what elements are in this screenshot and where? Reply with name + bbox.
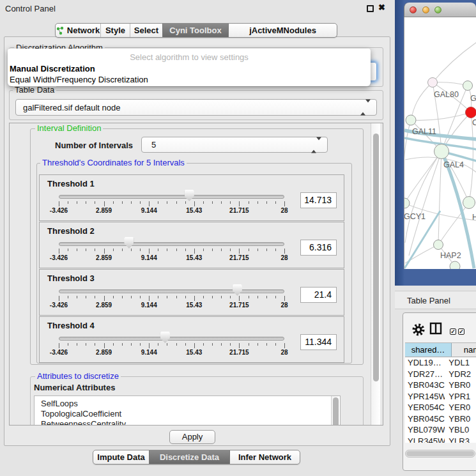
tick-label: 2.859	[85, 302, 123, 309]
threshold-slider-thumb[interactable]	[185, 190, 194, 201]
zoom-traffic-light[interactable]	[434, 6, 441, 13]
cell-shared-name: YBR043C	[405, 380, 445, 392]
threshold-slider-thumb[interactable]	[160, 332, 170, 343]
network-node-label: GAL80	[434, 90, 459, 99]
column-header-name[interactable]: name	[452, 343, 476, 357]
tab-label: Select	[134, 26, 158, 35]
network-graph: GAL80GACGAL11GAL4GCY1HHAP2	[404, 17, 476, 269]
attribute-item[interactable]: BetweennessCentrality	[35, 419, 340, 426]
network-node-label: H	[472, 213, 476, 222]
tab-select[interactable]: Select	[130, 24, 162, 37]
dropdown-option-manual-discretization[interactable]: Manual Discretization	[10, 64, 369, 74]
dropdown-placeholder-item[interactable]: Select algorithm to view settings	[10, 52, 369, 63]
threshold-slider-track[interactable]	[59, 289, 284, 293]
table-data-value: galFiltered.sif default node	[16, 103, 120, 112]
network-node[interactable]	[434, 240, 443, 250]
cell-name: YBR0	[445, 380, 476, 392]
network-edge[interactable]	[433, 82, 468, 86]
table-row[interactable]: YDR27…YDR2	[405, 369, 476, 381]
apply-button[interactable]: Apply	[169, 430, 215, 444]
tab-label: jActiveMNodules	[249, 26, 316, 35]
number-of-intervals-combobox[interactable]: 5	[141, 137, 328, 153]
attributes-list-scrollbar[interactable]	[331, 396, 340, 426]
table-row[interactable]: YLR345WYLR3	[405, 436, 476, 443]
settings-vertical-scrollbar[interactable]	[371, 123, 380, 426]
network-node[interactable]	[404, 198, 410, 208]
split-columns-icon[interactable]	[429, 322, 442, 335]
threshold-value-field[interactable]: 21.4	[300, 287, 337, 303]
table-panel-titlebar: Table Panel	[395, 291, 476, 309]
cell-shared-name: YBR045C	[405, 414, 445, 426]
threshold-panel: Threshold 3 -3.4262.8599.14415.4321.7152…	[39, 269, 344, 316]
table-horizontal-scrollbar[interactable]	[405, 450, 475, 457]
table-row[interactable]: YER054CYER0	[405, 403, 476, 414]
tab-network[interactable]: Network	[56, 24, 100, 37]
tab-label: Impute Data	[97, 452, 144, 462]
tick-label: 9.144	[130, 302, 168, 309]
network-node-label: GAL4	[443, 160, 464, 169]
network-icon	[56, 26, 64, 35]
slider-ticks	[59, 343, 284, 349]
network-node[interactable]	[450, 261, 460, 269]
tick-label: -3.426	[40, 254, 78, 261]
threshold-slider-track[interactable]	[59, 242, 284, 246]
threshold-slider-track[interactable]	[59, 195, 284, 199]
table-row[interactable]: YPR145WYPR1	[405, 392, 476, 403]
threshold-value-field[interactable]: 11.344	[300, 334, 337, 350]
table-row[interactable]: YBL079WYBL0	[405, 425, 476, 436]
network-window-titlebar[interactable]	[404, 3, 476, 17]
threshold-label: Threshold 1	[47, 179, 95, 188]
tab-cyni-toolbox[interactable]: Cyni Toolbox	[162, 24, 228, 37]
network-edge[interactable]	[411, 112, 471, 120]
threshold-slider-track[interactable]	[59, 337, 284, 341]
tab-infer-network[interactable]: Infer Network	[229, 450, 300, 464]
tab-discretize-data[interactable]: Discretize Data	[149, 450, 229, 464]
tick-label: 15.43	[175, 207, 213, 214]
table-data-combobox[interactable]: galFiltered.sif default node	[15, 99, 377, 116]
dropdown-option-equal-width-frequency[interactable]: Equal Width/Frequency Discretization	[10, 75, 369, 85]
network-node[interactable]	[406, 115, 416, 125]
gear-icon[interactable]	[411, 323, 426, 337]
threshold-value-field[interactable]: 6.316	[300, 240, 337, 256]
combo-arrows-icon	[360, 103, 371, 112]
network-node-label: HAP2	[440, 251, 461, 260]
network-edge[interactable]	[411, 82, 433, 120]
table-row[interactable]: YBR043CYBR0	[405, 380, 476, 392]
threshold-slider-thumb[interactable]	[124, 237, 134, 249]
combo-arrows-icon	[311, 140, 321, 150]
select-columns-icon[interactable]: ✓✓	[450, 325, 466, 336]
table-row[interactable]: YBR045CYBR0	[405, 414, 476, 426]
numerical-attributes-list[interactable]: SelfLoopsTopologicalCoefficientBetweenne…	[34, 395, 341, 426]
network-edge[interactable]	[405, 151, 441, 243]
float-window-icon[interactable]	[367, 5, 374, 12]
network-node-label: C	[472, 118, 476, 127]
network-node[interactable]	[463, 81, 473, 91]
tab-jactivemnodules[interactable]: jActiveMNodules	[228, 24, 337, 37]
tick-label: 15.43	[175, 302, 213, 309]
close-icon[interactable]: ✖	[378, 3, 385, 12]
network-edge[interactable]	[438, 151, 441, 245]
attribute-item[interactable]: SelfLoops	[35, 396, 340, 409]
network-node[interactable]	[434, 144, 449, 159]
close-traffic-light[interactable]	[410, 6, 417, 13]
table-panel-title: Table Panel	[407, 296, 450, 305]
threshold-value-field[interactable]: 14.713	[300, 192, 337, 208]
tab-style[interactable]: Style	[100, 24, 130, 37]
network-node[interactable]	[428, 78, 438, 88]
minimize-traffic-light[interactable]	[422, 6, 429, 13]
threshold-slider-thumb[interactable]	[233, 284, 242, 296]
column-header-shared-name[interactable]: shared…	[405, 343, 452, 357]
network-edge[interactable]	[433, 42, 476, 82]
network-node[interactable]	[466, 107, 476, 118]
tick-label: -3.426	[40, 349, 78, 356]
bottom-tab-bar: Impute DataDiscretize DataInfer Network	[93, 450, 300, 464]
table-row[interactable]: YDL19…YDL1	[405, 358, 476, 369]
tick-label: 21.715	[220, 302, 258, 309]
tick-label: 28	[265, 302, 303, 309]
tab-impute-data[interactable]: Impute Data	[93, 450, 149, 464]
network-canvas[interactable]: GAL80GACGAL11GAL4GCY1HHAP2	[404, 17, 476, 269]
network-node[interactable]	[463, 197, 475, 209]
threshold-panel: Threshold 2 -3.4262.8599.14415.4321.7152…	[39, 222, 344, 268]
panel-title: Control Panel	[5, 4, 56, 13]
attribute-item[interactable]: TopologicalCoefficient	[35, 409, 340, 419]
